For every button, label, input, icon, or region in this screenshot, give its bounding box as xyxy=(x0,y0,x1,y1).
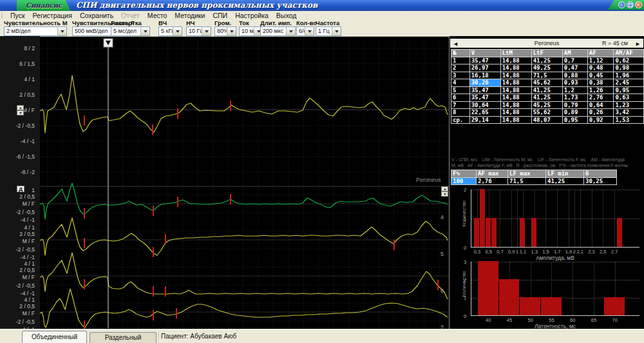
combo-dropdown-button-count[interactable] xyxy=(305,27,314,35)
table-cell[interactable]: 29,14 xyxy=(469,116,500,124)
ftable-cell[interactable]: 71,5 xyxy=(508,177,546,185)
table-cell[interactable]: 0,92 xyxy=(587,116,614,124)
table-cell[interactable]: 0,98 xyxy=(614,64,644,72)
table-cell[interactable]: 48,07 xyxy=(531,116,562,124)
combo-count[interactable]: 6/о xyxy=(296,26,314,36)
menu-item-6[interactable]: Методики xyxy=(171,12,209,19)
combo-sensitivity-m[interactable]: 2 мВ/дел xyxy=(4,26,67,36)
combo-dropdown-button-sensitivity-m[interactable] xyxy=(57,27,66,35)
table-cell[interactable]: 0,93 xyxy=(562,79,587,87)
table-cell[interactable]: 41,25 xyxy=(531,94,562,102)
menu-item-5[interactable]: Место xyxy=(144,12,171,19)
ftable-cell[interactable]: 41,25 xyxy=(546,177,584,185)
table-cell[interactable]: 14,88 xyxy=(500,116,531,124)
combo-dropdown-button-lf-filter[interactable] xyxy=(202,27,211,35)
table-cell[interactable]: 41,25 xyxy=(531,86,562,94)
menu-item-7[interactable]: СПИ xyxy=(209,12,231,19)
table-cell[interactable]: 0,62 xyxy=(614,57,644,64)
lower-pane-down-button[interactable] xyxy=(441,191,448,197)
table-cell[interactable]: 14,88 xyxy=(500,101,531,109)
table-cell[interactable]: 55,62 xyxy=(531,109,562,117)
combo-frequency[interactable]: 1 Гц xyxy=(316,26,341,36)
table-cell[interactable]: 14,88 xyxy=(500,109,531,117)
table-cell[interactable]: 16,18 xyxy=(469,72,500,79)
table-cell[interactable]: 1,96 xyxy=(614,72,644,79)
table-cell[interactable]: 14,88 xyxy=(500,79,531,87)
table-cell[interactable]: 35,47 xyxy=(469,94,500,102)
table-cell[interactable]: 5 xyxy=(451,86,470,94)
delta-button[interactable]: Д xyxy=(17,186,24,192)
table-cell[interactable]: 41,25 xyxy=(531,57,562,64)
table-cell[interactable]: 0,95 xyxy=(562,116,587,124)
minimize-button[interactable]: – xyxy=(618,1,625,8)
combo-hf-filter[interactable]: 5 кГц xyxy=(158,26,182,36)
table-cell[interactable]: 14,88 xyxy=(500,72,531,79)
scale-down-button[interactable] xyxy=(17,110,24,115)
combo-dropdown-button-pulse-duration[interactable] xyxy=(286,27,295,35)
table-cell[interactable]: 0,63 xyxy=(614,94,644,102)
combo-sweep[interactable]: 5 мс/дел xyxy=(111,26,150,36)
table-cell[interactable]: 14,88 xyxy=(500,57,531,64)
tab-combined[interactable]: Объединенный xyxy=(22,331,87,343)
table-cell[interactable]: 2 xyxy=(451,64,470,72)
table-cell[interactable]: 3,42 xyxy=(614,109,644,117)
table-cell[interactable]: 35,47 xyxy=(469,86,500,94)
next-trace-button[interactable]: ► xyxy=(635,41,641,47)
menu-item-1[interactable]: Пуск xyxy=(6,12,29,19)
table-cell[interactable]: 0,38 xyxy=(587,79,614,87)
table-cell[interactable]: 45,62 xyxy=(531,79,562,87)
table-cell[interactable]: 1,12 xyxy=(587,57,614,64)
table-cell[interactable]: 3 xyxy=(451,72,470,79)
combo-lf-filter[interactable]: 10 Гц xyxy=(186,26,211,36)
table-cell[interactable]: 35,47 xyxy=(469,57,500,64)
table-cell[interactable]: 4 xyxy=(451,79,470,87)
table-cell[interactable]: 0,45 xyxy=(587,72,614,79)
combo-pulse-duration[interactable]: 200 мкс xyxy=(260,26,296,36)
close-button[interactable]: ✕ xyxy=(635,1,642,8)
table-cell[interactable]: 0,64 xyxy=(587,101,614,109)
table-cell[interactable]: 8 xyxy=(451,109,470,117)
menu-item-3[interactable]: Сохранить xyxy=(76,12,117,19)
tab-separate[interactable]: Раздельный xyxy=(90,332,156,343)
table-cell[interactable]: 6 xyxy=(451,94,470,102)
menu-item-2[interactable]: Регистрация xyxy=(29,12,76,19)
restore-button[interactable] xyxy=(627,1,634,8)
table-cell[interactable]: 71,5 xyxy=(531,72,562,79)
table-cell[interactable]: 1,53 xyxy=(614,116,644,124)
ftable-cell[interactable]: 2,76 xyxy=(477,177,508,185)
table-cell[interactable]: 45,25 xyxy=(531,101,562,109)
table-cell[interactable]: 26,97 xyxy=(469,64,500,72)
table-cell[interactable]: 30,26 xyxy=(469,79,500,87)
table-cell[interactable]: 2,45 xyxy=(614,79,644,87)
combo-dropdown-button-hf-filter[interactable] xyxy=(173,27,182,35)
menu-item-8[interactable]: Настройка xyxy=(231,12,272,19)
table-cell[interactable]: 7 xyxy=(451,101,470,109)
table-cell[interactable]: 0,7 xyxy=(562,57,587,64)
table-cell[interactable]: 0,88 xyxy=(562,72,587,79)
combo-dropdown-button-sweep[interactable] xyxy=(140,27,149,35)
table-cell[interactable]: 14,88 xyxy=(500,94,531,102)
table-cell[interactable]: 0,89 xyxy=(562,109,587,117)
lower-pane-up-button[interactable] xyxy=(441,186,448,191)
table-cell[interactable]: 0,26 xyxy=(587,109,614,117)
table-cell[interactable]: 0,95 xyxy=(614,86,644,94)
table-cell[interactable]: 30,64 xyxy=(469,101,500,109)
table-cell[interactable]: 2,76 xyxy=(587,94,614,102)
menu-item-9[interactable]: Выход xyxy=(272,12,300,19)
scale-up-button[interactable] xyxy=(17,105,24,110)
combo-volume[interactable]: 80% xyxy=(214,26,236,36)
combo-dropdown-button-volume[interactable] xyxy=(227,27,236,35)
table-cell[interactable]: 0,79 xyxy=(562,101,587,109)
table-cell[interactable]: 14,88 xyxy=(500,64,531,72)
table-cell[interactable]: 1,26 xyxy=(587,86,614,94)
table-cell[interactable]: ср. xyxy=(451,116,470,124)
table-cell[interactable]: 0,47 xyxy=(562,64,587,72)
table-cell[interactable]: 49,25 xyxy=(531,64,562,72)
table-cell[interactable]: 1,73 xyxy=(562,94,587,102)
table-cell[interactable]: 0,48 xyxy=(587,64,614,72)
ftable-cell[interactable]: 100 xyxy=(451,177,477,185)
table-cell[interactable]: 1,23 xyxy=(614,101,644,109)
table-cell[interactable]: 1 xyxy=(451,57,470,64)
table-cell[interactable]: 14,88 xyxy=(500,86,531,94)
table-cell[interactable]: 22,65 xyxy=(469,109,500,117)
